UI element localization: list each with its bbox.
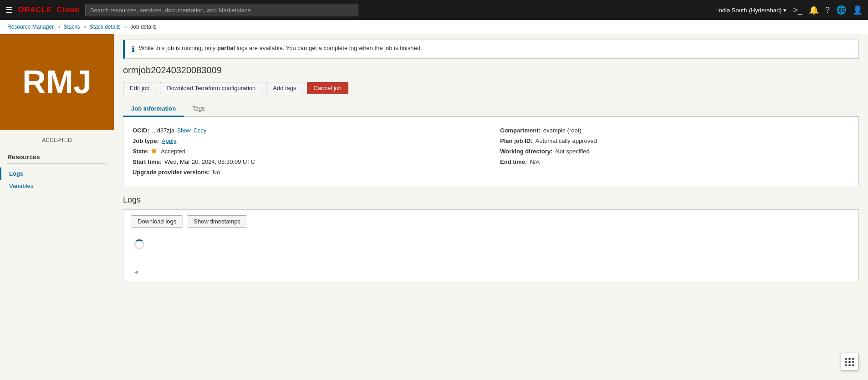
help-icon[interactable]: ? [825,5,830,15]
sidebar-divider [7,163,107,164]
edit-job-button[interactable]: Edit job [123,82,156,94]
sidebar-resources-label: Resources [0,146,114,163]
main-content: ℹ While this job is running, only partia… [114,34,868,380]
region-label: India South (Hyderabad) [717,7,782,14]
upgrade-label: Upgrade provider versions: [133,169,210,176]
hamburger-menu-icon[interactable]: ☰ [5,5,13,15]
end-time-value: N/A [530,158,540,165]
job-type-value[interactable]: Apply [162,137,177,144]
upgrade-value: No [213,169,220,176]
chevron-down-icon: ▾ [783,7,786,14]
oracle-text: ORACLE [18,6,52,14]
sidebar-status-badge: ACCEPTED [0,134,114,146]
compartment-row: Compartment: example (root) [500,125,849,136]
state-value: Accepted [161,148,185,155]
job-info-grid: OCID: ...d37zja Show Copy Job type: Appl… [133,125,849,177]
job-type-row: Job type: Apply [133,136,482,146]
logs-panel: Download logs Show timestamps ◀ [123,209,859,281]
language-globe-icon[interactable]: 🌐 [836,5,846,15]
widget-dots-icon [845,358,855,366]
banner-partial: partial [217,45,235,51]
region-selector[interactable]: India South (Hyderabad) ▾ [717,7,787,14]
sidebar-logo-area: RMJ [0,34,114,130]
tab-job-information[interactable]: Job information [123,101,184,117]
sidebar-item-logs[interactable]: Logs [0,167,114,180]
oracle-logo: ORACLE Cloud [18,6,80,14]
start-time-row: Start time: Wed, Mar 20, 2024, 08:30:09 … [133,157,482,167]
plan-job-label: Plan job ID: [500,137,533,144]
compartment-value: example (root) [543,127,582,134]
add-tags-button[interactable]: Add tags [266,82,303,94]
help-widget[interactable] [841,353,859,371]
job-info-left: OCID: ...d37zja Show Copy Job type: Appl… [133,125,482,177]
ocid-value: ...d37zja [152,127,174,134]
page-title: ormjob20240320083009 [123,65,859,76]
breadcrumb-stack-details[interactable]: Stack details [90,24,121,30]
job-tabs: Job information Tags [123,101,859,117]
logs-section-title: Logs [123,195,859,205]
banner-text-1: While this job is running, only [139,45,217,51]
search-input[interactable] [85,4,358,16]
loading-spinner [134,239,144,249]
state-row: State: Accepted [133,146,482,157]
ocid-label: OCID: [133,127,149,134]
banner-text-2: logs are available. You can get a comple… [235,45,422,51]
job-type-label: Job type: [133,137,159,144]
ocid-show-link[interactable]: Show [177,127,191,134]
end-time-label: End time: [500,158,527,165]
ocid-row: OCID: ...d37zja Show Copy [133,125,482,136]
plan-job-row: Plan job ID: Automatically approved [500,136,849,146]
scroll-hint: ◀ [131,269,851,275]
state-label: State: [133,148,149,155]
breadcrumb-sep-2: » [83,24,87,30]
end-time-row: End time: N/A [500,157,849,167]
breadcrumb-resource-manager[interactable]: Resource Manager [7,24,54,30]
plan-job-value: Automatically approved [536,137,597,144]
sidebar-logo-text: RMJ [22,66,92,98]
start-time-value: Wed, Mar 20, 2024, 08:30:09 UTC [164,158,255,165]
ocid-copy-link[interactable]: Copy [194,127,206,134]
user-profile-icon[interactable]: 👤 [853,5,863,15]
tab-tags[interactable]: Tags [184,101,213,117]
breadcrumb-current: Job details [130,24,156,30]
sidebar-item-variables[interactable]: Variables [0,180,114,192]
ocid-actions: ...d37zja Show Copy [152,127,206,134]
job-info-right: Compartment: example (root) Plan job ID:… [500,125,849,177]
state-dot-icon [152,149,156,153]
working-dir-label: Working directory: [500,148,552,155]
download-logs-button[interactable]: Download logs [131,215,183,228]
show-timestamps-button[interactable]: Show timestamps [187,215,247,228]
topnav-right: India South (Hyderabad) ▾ >_ 🔔 ? 🌐 👤 [717,5,863,15]
breadcrumb: Resource Manager » Stacks » Stack detail… [0,20,868,34]
page-layout: RMJ ACCEPTED Resources Logs Variables ℹ … [0,34,868,380]
cloud-shell-icon[interactable]: >_ [793,5,802,15]
download-terraform-button[interactable]: Download Terraform configuration [160,82,262,94]
info-banner: ℹ While this job is running, only partia… [123,40,859,59]
info-icon: ℹ [132,45,134,54]
toolbar: Edit job Download Terraform configuratio… [123,82,859,94]
notifications-bell-icon[interactable]: 🔔 [809,5,819,15]
sidebar: RMJ ACCEPTED Resources Logs Variables [0,34,114,380]
breadcrumb-sep-3: » [124,24,127,30]
banner-message: While this job is running, only partial … [139,45,422,51]
cloud-text: Cloud [56,6,79,14]
working-dir-value: Not specified [555,148,589,155]
breadcrumb-sep-1: » [57,24,60,30]
breadcrumb-stacks[interactable]: Stacks [63,24,80,30]
logs-content [131,232,851,269]
top-navigation: ☰ ORACLE Cloud India South (Hyderabad) ▾… [0,0,868,20]
start-time-label: Start time: [133,158,162,165]
working-dir-row: Working directory: Not specified [500,146,849,157]
logs-toolbar: Download logs Show timestamps [131,215,851,228]
job-information-panel: OCID: ...d37zja Show Copy Job type: Appl… [123,117,859,186]
cancel-job-button[interactable]: Cancel job [307,82,348,94]
compartment-label: Compartment: [500,127,541,134]
upgrade-row: Upgrade provider versions: No [133,167,482,177]
